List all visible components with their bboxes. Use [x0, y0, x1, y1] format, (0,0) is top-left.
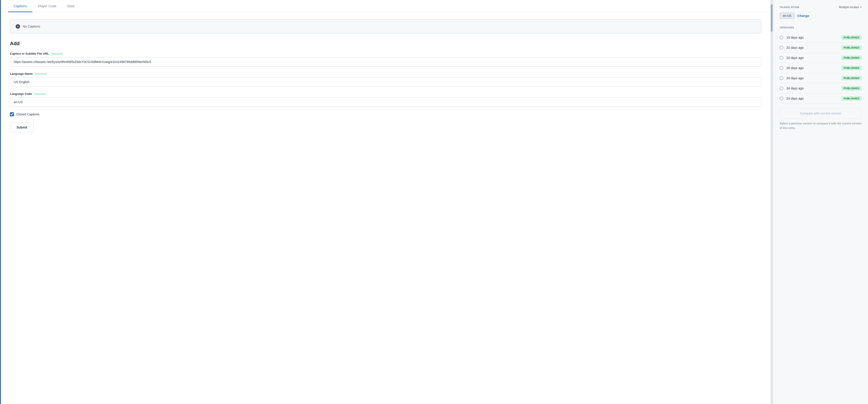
version-time: 24 days ago: [786, 97, 804, 100]
locale-selector-label: Multiple locales: [839, 5, 859, 9]
chevron-down-icon: ▾: [860, 6, 862, 8]
version-time: 24 days ago: [786, 87, 804, 90]
version-radio[interactable]: [780, 46, 783, 49]
version-item: 24 days ago PUBLISHED: [780, 94, 862, 104]
closed-captions-checkbox[interactable]: [10, 112, 14, 116]
caption-url-group: Caption or Subtitle File URL (required): [10, 52, 761, 67]
closed-captions-row: Closed Captions: [10, 112, 761, 116]
version-left: 19 days ago: [780, 36, 804, 39]
version-radio[interactable]: [780, 36, 783, 39]
version-radio[interactable]: [780, 66, 783, 70]
language-name-label: Language Name (required): [10, 72, 761, 75]
version-item: 19 days ago PUBLISHED: [780, 33, 862, 43]
published-badge: PUBLISHED: [841, 35, 862, 40]
tab-captions[interactable]: Captions: [8, 0, 32, 12]
version-item: 20 days ago PUBLISHED: [780, 63, 862, 73]
version-left: 24 days ago: [780, 76, 804, 80]
no-captions-text: No Captions: [23, 25, 40, 28]
tabs-bar: Captions Player Code Data: [1, 0, 770, 12]
closed-captions-label[interactable]: Closed Captions: [16, 112, 39, 116]
versions-list: 19 days ago PUBLISHED 20 days ago PUBLIS…: [780, 33, 862, 104]
translation-section: TRANSLATION Multiple locales ▾ en-US Cha…: [780, 5, 862, 19]
locale-selector[interactable]: Multiple locales ▾: [839, 5, 862, 9]
version-left: 24 days ago: [780, 87, 804, 90]
version-radio[interactable]: [780, 56, 783, 60]
right-panel: TRANSLATION Multiple locales ▾ en-US Cha…: [773, 0, 868, 404]
published-badge: PUBLISHED: [841, 96, 862, 101]
caption-url-label: Caption or Subtitle File URL (required): [10, 52, 761, 55]
version-radio[interactable]: [780, 76, 783, 80]
language-code-required: (required): [34, 92, 46, 96]
scrollbar-area: [770, 0, 773, 404]
scrollbar-thumb[interactable]: [771, 4, 773, 32]
submit-button[interactable]: Submit: [10, 123, 34, 132]
version-time: 20 days ago: [786, 56, 804, 60]
published-badge: PUBLISHED: [841, 66, 862, 70]
locale-badge-row: en-US Change: [780, 12, 862, 19]
version-left: 24 days ago: [780, 97, 804, 100]
version-item: 24 days ago PUBLISHED: [780, 73, 862, 83]
change-link[interactable]: Change: [798, 14, 809, 18]
language-code-label: Language Code (required): [10, 92, 761, 96]
language-code-input[interactable]: [10, 97, 761, 107]
versions-title: VERSIONS: [780, 26, 862, 29]
version-left: 20 days ago: [780, 66, 804, 70]
language-code-group: Language Code (required): [10, 92, 761, 107]
versions-section: VERSIONS 19 days ago PUBLISHED 20 days a…: [780, 26, 862, 399]
caption-url-input[interactable]: [10, 57, 761, 67]
version-item: 20 days ago PUBLISHED: [780, 53, 862, 63]
version-left: 20 days ago: [780, 46, 804, 49]
version-time: 24 days ago: [786, 76, 804, 80]
version-item: 20 days ago PUBLISHED: [780, 43, 862, 53]
tab-player-code[interactable]: Player Code: [32, 0, 62, 12]
published-badge: PUBLISHED: [841, 56, 862, 60]
version-time: 20 days ago: [786, 66, 804, 70]
caption-url-required: (required): [51, 52, 63, 55]
version-time: 20 days ago: [786, 46, 804, 49]
published-badge: PUBLISHED: [841, 76, 862, 80]
version-time: 19 days ago: [786, 36, 804, 39]
language-name-input[interactable]: [10, 77, 761, 87]
language-name-required: (required): [35, 72, 46, 75]
compare-hint: Select a previous version to compare it …: [780, 121, 862, 130]
version-radio[interactable]: [780, 97, 783, 100]
info-icon: i: [16, 24, 20, 29]
add-heading: Add: [10, 41, 761, 46]
tab-data[interactable]: Data: [62, 0, 80, 12]
version-item: 24 days ago PUBLISHED: [780, 83, 862, 94]
published-badge: PUBLISHED: [841, 45, 862, 50]
content-area: i No Captions Add Caption or Subtitle Fi…: [1, 12, 770, 404]
add-section: Add Caption or Subtitle File URL (requir…: [10, 41, 761, 132]
translation-title: TRANSLATION: [780, 6, 800, 8]
locale-badge: en-US: [780, 12, 795, 19]
version-radio[interactable]: [780, 87, 783, 90]
no-captions-banner: i No Captions: [10, 20, 761, 33]
main-panel: Captions Player Code Data i No Captions …: [0, 0, 770, 404]
published-badge: PUBLISHED: [841, 86, 862, 91]
language-name-group: Language Name (required): [10, 72, 761, 87]
version-left: 20 days ago: [780, 56, 804, 60]
translation-header: TRANSLATION Multiple locales ▾: [780, 5, 862, 9]
compare-button[interactable]: Compare with current version: [780, 108, 862, 119]
